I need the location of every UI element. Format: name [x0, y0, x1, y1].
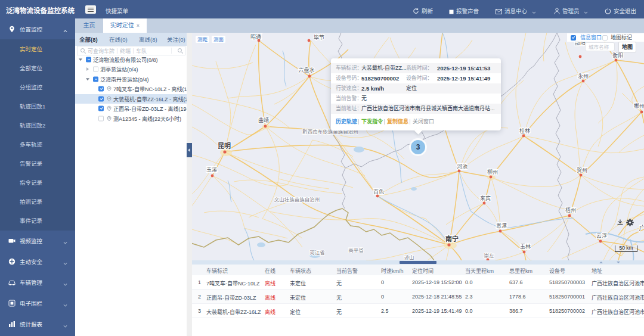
svg-text:永州: 永州 — [578, 73, 589, 79]
svg-text:毕节: 毕节 — [314, 34, 324, 41]
svg-text:文山壮族苗族自治州: 文山壮族苗族自治州 — [274, 197, 320, 203]
svg-text:贵港: 贵港 — [496, 222, 507, 229]
svg-text:昭通: 昭通 — [250, 34, 261, 40]
svg-text:南宁: 南宁 — [445, 235, 459, 242]
svg-text:柳州: 柳州 — [487, 169, 498, 175]
svg-text:来宾: 来宾 — [480, 195, 491, 201]
svg-text:桂林: 桂林 — [519, 127, 530, 134]
svg-text:六盘水: 六盘水 — [298, 67, 314, 73]
svg-text:百色: 百色 — [373, 188, 384, 195]
svg-text:河江省: 河江省 — [309, 250, 325, 256]
svg-text:河池: 河池 — [457, 163, 467, 170]
svg-text:广: 广 — [639, 225, 644, 232]
svg-text:玉溪: 玉溪 — [206, 166, 217, 173]
svg-text:云浮: 云浮 — [596, 232, 607, 239]
svg-text:衡阳: 衡阳 — [612, 52, 623, 58]
svg-text:贺州: 贺州 — [577, 167, 587, 173]
svg-text:梧州: 梧州 — [565, 207, 576, 213]
svg-text:郴州: 郴州 — [634, 102, 644, 109]
svg-text:昆明: 昆明 — [218, 142, 231, 150]
svg-text:曲靖: 曲靖 — [258, 117, 269, 123]
svg-text:玉林: 玉林 — [520, 243, 531, 250]
svg-text:崇左: 崇左 — [484, 253, 494, 259]
svg-text:谅山: 谅山 — [404, 254, 414, 260]
svg-text:高平省: 高平省 — [348, 247, 364, 253]
